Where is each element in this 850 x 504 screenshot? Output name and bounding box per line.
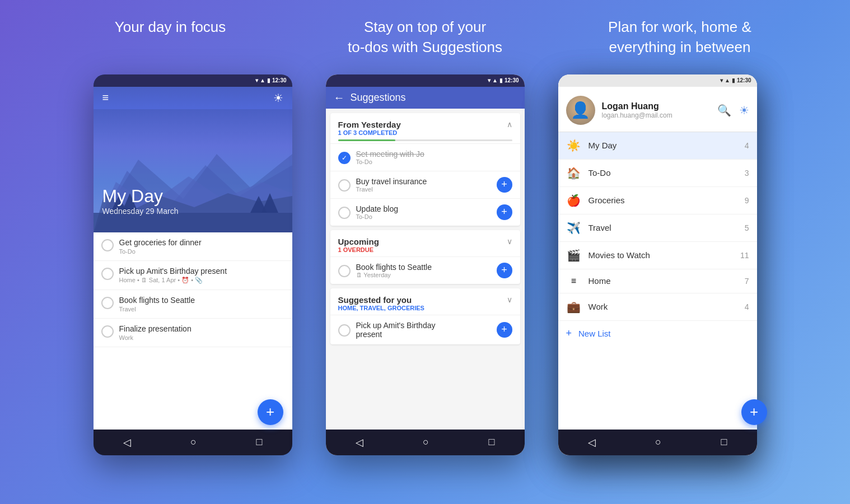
suggested-title: Suggested for you xyxy=(338,295,424,305)
home-nav-icon[interactable]: ○ xyxy=(190,436,197,448)
lists-area: ☀️ My Day 4 🏠 To-Do 3 🍎 Groceries 9 ✈️ T… xyxy=(558,132,757,430)
back-nav-icon[interactable]: ◁ xyxy=(123,436,131,449)
from-yesterday-card: From Yesterday 1 of 3 completed ✓ Set me… xyxy=(330,113,520,226)
add-travel-insurance-button[interactable]: + xyxy=(497,177,512,193)
suggested-expand[interactable] xyxy=(507,295,512,304)
user-info: Logan Huang logan.huang@mail.com xyxy=(602,101,672,119)
suggestion-item-birthday[interactable]: Pick up Amit's Birthday present + xyxy=(330,315,520,344)
wifi-icon-3: ▾ xyxy=(720,77,723,83)
suggestion-item-book-flights[interactable]: Book flights to Seattle 🗓 Yesterday + xyxy=(330,256,520,284)
list-todo[interactable]: 🏠 To-Do 3 xyxy=(558,160,757,187)
list-movies[interactable]: 🎬 Movies to Watch 11 xyxy=(558,242,757,269)
signal-icon-2: ▲ xyxy=(492,77,498,83)
recents-nav-icon-3[interactable]: □ xyxy=(721,436,727,448)
from-yesterday-title: From Yesterday xyxy=(338,120,401,129)
battery-icon: ▮ xyxy=(267,77,270,83)
new-list-label[interactable]: New List xyxy=(578,329,611,338)
list-count-groceries: 9 xyxy=(745,196,749,205)
brightness-icon-3[interactable]: ☀ xyxy=(739,104,749,117)
list-my-day[interactable]: ☀️ My Day 4 xyxy=(558,132,757,160)
task-checkbox-2[interactable] xyxy=(101,268,114,280)
svg-marker-4 xyxy=(94,213,292,232)
from-yesterday-collapse[interactable] xyxy=(507,120,512,129)
hero-area: My Day Wednesday 29 March xyxy=(94,109,292,232)
list-label-my-day: My Day xyxy=(589,141,738,150)
checked-circle[interactable]: ✓ xyxy=(338,152,351,164)
add-birthday-button[interactable]: + xyxy=(497,322,512,338)
task-text-4: Finalize presentation Work xyxy=(119,324,284,341)
status-icons-2: ▾ ▲ ▮ 12:30 xyxy=(488,77,519,83)
todo-icon: 🏠 xyxy=(566,166,582,180)
upcoming-expand[interactable] xyxy=(507,237,512,246)
back-button[interactable]: ← xyxy=(334,91,345,104)
add-update-blog-button[interactable]: + xyxy=(497,204,512,220)
new-list-plus-icon: + xyxy=(566,328,572,339)
task-text-1: Get groceries for dinner To-Do xyxy=(119,238,284,255)
wifi-icon: ▾ xyxy=(255,77,258,83)
task-checkbox-3[interactable] xyxy=(101,297,114,309)
search-icon[interactable]: 🔍 xyxy=(717,104,731,117)
phone-suggestions: ▾ ▲ ▮ 12:30 ← Suggestions From Yesterday… xyxy=(326,74,525,455)
brightness-icon[interactable]: ☀ xyxy=(273,91,283,105)
time-display-1: 12:30 xyxy=(272,77,287,83)
tasks-area: Get groceries for dinner To-Do Pick up A… xyxy=(94,232,292,430)
task-item-2[interactable]: Pick up Amit's Birthday present Home • 🗓… xyxy=(94,261,292,290)
list-work[interactable]: 💼 Work 4 xyxy=(558,293,757,321)
home-nav-icon-2[interactable]: ○ xyxy=(423,436,429,448)
back-nav-icon-2[interactable]: ◁ xyxy=(356,436,363,449)
suggestion-item-travel-insurance[interactable]: Buy travel insurance Travel + xyxy=(330,171,520,198)
list-travel[interactable]: ✈️ Travel 5 xyxy=(558,214,757,242)
movies-icon: 🎬 xyxy=(566,249,582,262)
unchecked-circle-4[interactable] xyxy=(338,324,351,337)
status-bar-1: ▾ ▲ ▮ 12:30 xyxy=(94,74,292,87)
recents-nav-icon[interactable]: □ xyxy=(256,436,262,448)
recents-nav-icon-2[interactable]: □ xyxy=(488,436,494,448)
add-list-button[interactable]: + xyxy=(741,399,767,425)
list-count-travel: 5 xyxy=(745,223,749,232)
tagline-center: Stay on top of yourto-dos with Suggestio… xyxy=(300,17,550,58)
travel-icon: ✈️ xyxy=(566,221,582,235)
user-email: logan.huang@mail.com xyxy=(602,111,672,119)
add-task-button[interactable]: + xyxy=(258,399,283,425)
task-item-3[interactable]: Book flights to Seattle Travel xyxy=(94,290,292,319)
new-list-row[interactable]: + New List xyxy=(558,321,757,346)
set-meeting-text: Set meeting with Jo To-Do xyxy=(356,150,512,165)
add-book-flights-button[interactable]: + xyxy=(497,263,512,278)
task-checkbox-4[interactable] xyxy=(101,325,114,338)
unchecked-circle-1[interactable] xyxy=(338,179,351,192)
day-title: My Day Wednesday 29 March xyxy=(102,186,179,216)
unchecked-circle-3[interactable] xyxy=(338,265,351,277)
suggestion-item-update-blog[interactable]: Update blog To-Do + xyxy=(330,198,520,226)
tagline-right: Plan for work, home &everything in betwe… xyxy=(554,17,805,58)
task-checkbox-1[interactable] xyxy=(101,239,114,251)
suggested-header: Suggested for you HOME, TRAVEL, GROCERIE… xyxy=(330,288,520,315)
list-count-work: 4 xyxy=(745,302,749,311)
upcoming-title: Upcoming xyxy=(338,237,379,246)
book-flights-text: Book flights to Seattle 🗓 Yesterday xyxy=(356,263,491,278)
home-nav-icon-3[interactable]: ○ xyxy=(655,436,661,448)
birthday-text: Pick up Amit's Birthday present xyxy=(356,321,491,339)
menu-icon[interactable]: ≡ xyxy=(102,91,109,104)
wifi-icon-2: ▾ xyxy=(488,77,491,83)
suggestions-title: Suggestions xyxy=(351,92,406,104)
phone-my-day: ▾ ▲ ▮ 12:30 ≡ ☀ My xyxy=(94,74,292,455)
status-icons-3: ▾ ▲ ▮ 12:30 xyxy=(720,77,751,83)
list-groceries[interactable]: 🍎 Groceries 9 xyxy=(558,187,757,214)
list-home[interactable]: ≡ Home 7 xyxy=(558,269,757,293)
task-item-4[interactable]: Finalize presentation Work xyxy=(94,319,292,347)
signal-icon: ▲ xyxy=(260,77,265,83)
signal-icon-3: ▲ xyxy=(725,77,730,83)
back-nav-icon-3[interactable]: ◁ xyxy=(588,436,596,449)
phone-lists: ▾ ▲ ▮ 12:30 👤 Logan Huang logan.huang@ma… xyxy=(558,74,757,455)
list-label-work: Work xyxy=(589,302,738,311)
status-bar-2: ▾ ▲ ▮ 12:30 xyxy=(326,74,525,87)
unchecked-circle-2[interactable] xyxy=(338,207,351,219)
work-icon: 💼 xyxy=(566,300,582,314)
phones-row: ▾ ▲ ▮ 12:30 ≡ ☀ My xyxy=(0,69,850,461)
task-item-1[interactable]: Get groceries for dinner To-Do xyxy=(94,232,292,261)
groceries-icon: 🍎 xyxy=(566,194,582,207)
suggestion-item-set-meeting[interactable]: ✓ Set meeting with Jo To-Do xyxy=(330,143,520,171)
suggestions-content: From Yesterday 1 of 3 completed ✓ Set me… xyxy=(326,109,525,430)
battery-icon-3: ▮ xyxy=(732,77,735,83)
list-label-travel: Travel xyxy=(589,223,738,232)
